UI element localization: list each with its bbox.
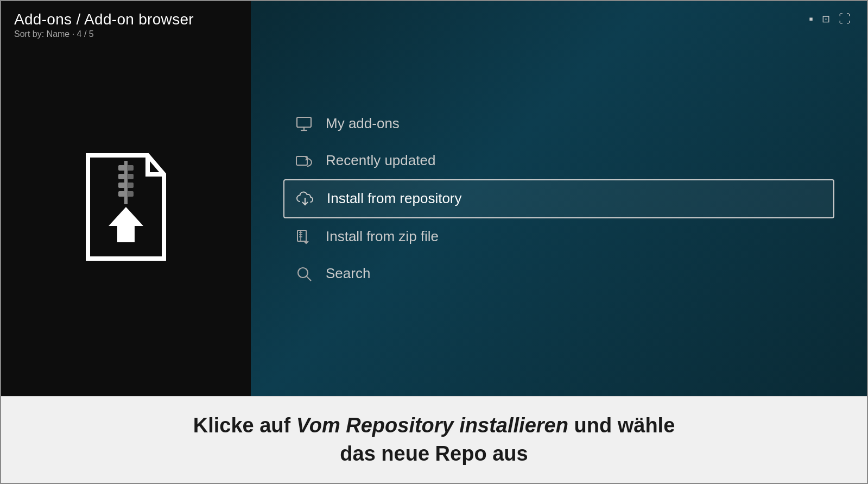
svg-line-23 [307, 276, 311, 281]
menu-list: My add-ons Recently updated [283, 105, 834, 292]
menu-label-search: Search [326, 265, 370, 282]
menu-label-install-zip: Install from zip file [326, 228, 439, 245]
caption-suffix: und wähle [568, 414, 675, 437]
svg-rect-4 [118, 174, 125, 179]
menu-item-install-zip[interactable]: Install from zip file [283, 218, 834, 255]
restore-icon[interactable]: ⊡ [822, 13, 830, 25]
svg-rect-6 [118, 183, 125, 188]
left-panel: Add-ons / Add-on browser Sort by: Name ·… [1, 1, 251, 396]
svg-rect-9 [127, 191, 134, 197]
svg-rect-3 [127, 165, 134, 171]
menu-item-install-repository[interactable]: Install from repository [283, 179, 834, 218]
minimize-icon[interactable]: ▪ [809, 12, 813, 26]
menu-label-my-addons: My add-ons [326, 115, 400, 132]
svg-rect-16 [297, 230, 306, 241]
cloud-download-icon [295, 189, 315, 209]
page-subtitle: Sort by: Name · 4 / 5 [14, 29, 238, 39]
svg-rect-2 [118, 165, 125, 171]
menu-item-recently-updated[interactable]: Recently updated [283, 142, 834, 179]
page-title: Add-ons / Add-on browser [14, 11, 238, 28]
zip-install-icon [294, 227, 314, 247]
menu-label-recently-updated: Recently updated [326, 152, 435, 169]
monitor-icon [294, 114, 314, 134]
svg-rect-7 [127, 183, 134, 188]
svg-marker-10 [109, 207, 143, 242]
svg-point-22 [298, 268, 308, 278]
right-panel: ▪ ⊡ ⛶ My add-ons [251, 1, 867, 396]
svg-rect-11 [297, 117, 311, 127]
menu-item-search[interactable]: Search [283, 255, 834, 292]
window-controls: ▪ ⊡ ⛶ [809, 12, 851, 26]
app-frame: Add-ons / Add-on browser Sort by: Name ·… [0, 0, 868, 484]
search-icon [294, 264, 314, 284]
refresh-box-icon [294, 151, 314, 171]
addon-icon [72, 150, 180, 264]
menu-item-my-addons[interactable]: My add-ons [283, 105, 834, 142]
main-area: Add-ons / Add-on browser Sort by: Name ·… [1, 1, 867, 396]
menu-label-install-repository: Install from repository [327, 190, 462, 207]
caption-line2: das neue Repo aus [340, 442, 528, 465]
svg-rect-8 [118, 191, 125, 197]
svg-rect-5 [127, 174, 134, 179]
caption-bar: Klicke auf Vom Repository installieren u… [1, 396, 867, 483]
caption-text: Klicke auf Vom Repository installieren u… [23, 412, 845, 468]
header-bar: Add-ons / Add-on browser Sort by: Name ·… [1, 1, 251, 45]
fullscreen-icon[interactable]: ⛶ [839, 12, 851, 26]
caption-prefix: Klicke auf [193, 414, 296, 437]
caption-italic: Vom Repository installieren [296, 414, 568, 437]
